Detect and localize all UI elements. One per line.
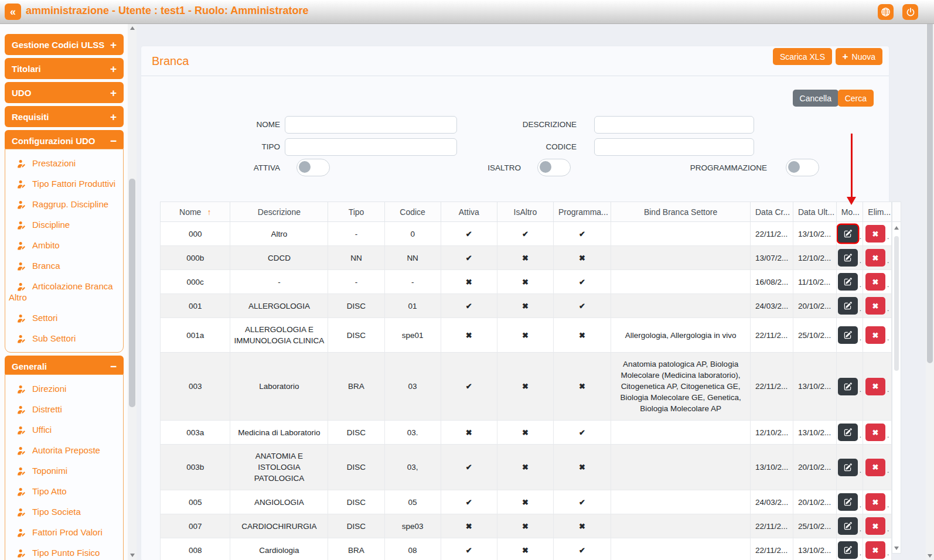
- column-header-nome[interactable]: Nome↑: [161, 202, 230, 222]
- sidebar-group-header-titolari[interactable]: Titolari+: [5, 58, 124, 79]
- delete-row-button[interactable]: ✖: [865, 424, 885, 441]
- nome-input[interactable]: [285, 116, 457, 134]
- delete-row-button[interactable]: ✖: [865, 297, 885, 315]
- sidebar-group-header-generali[interactable]: Generali−: [5, 356, 124, 377]
- cell-descrizione: ANATOMIA E ISTOLOGIA PATOLOGICA: [230, 445, 328, 490]
- descrizione-input[interactable]: [594, 116, 754, 134]
- attiva-toggle[interactable]: [296, 159, 330, 176]
- sidebar-scrollbar-thumb[interactable]: [129, 179, 135, 407]
- sidebar-item-uffici[interactable]: Uffici: [8, 419, 121, 440]
- sidebar-item-tipo-societa[interactable]: Tipo Societa: [8, 501, 121, 522]
- sidebar-item-discipline[interactable]: Discipline: [8, 214, 121, 235]
- page-scrollbar-thumb[interactable]: [927, 14, 933, 363]
- sidebar-item-tipo-atto[interactable]: Tipo Atto: [8, 481, 121, 501]
- delete-row-button[interactable]: ✖: [865, 225, 885, 243]
- edit-row-button[interactable]: [838, 459, 858, 476]
- plus-icon[interactable]: +: [110, 111, 117, 122]
- minus-icon[interactable]: −: [110, 361, 117, 372]
- column-header-codice[interactable]: Codice: [384, 202, 441, 222]
- sidebar-item-tipo-fattori-produttivi[interactable]: Tipo Fattori Produttivi: [8, 173, 121, 194]
- pencil-square-icon: [844, 230, 852, 238]
- codice-input[interactable]: [594, 138, 754, 156]
- sidebar-item-ambito[interactable]: Ambito: [8, 235, 121, 255]
- sidebar-group-header-requisiti[interactable]: Requisiti+: [5, 106, 124, 127]
- edit-row-button[interactable]: [838, 517, 858, 535]
- sidebar-scrollbar[interactable]: [128, 23, 137, 560]
- cell-elimina: ✖.: [863, 246, 892, 270]
- column-header-attiva[interactable]: Attiva: [441, 202, 497, 222]
- edit-row-button[interactable]: [838, 326, 858, 344]
- truncated-text: .: [887, 281, 889, 289]
- plus-icon[interactable]: +: [110, 63, 117, 74]
- sidebar-item-prestazioni[interactable]: Prestazioni: [8, 153, 121, 173]
- sidebar-item-branca[interactable]: Branca: [8, 255, 121, 276]
- table-scrollbar[interactable]: [892, 202, 901, 554]
- delete-row-button[interactable]: ✖: [865, 273, 885, 291]
- scroll-down-icon[interactable]: [130, 554, 135, 557]
- sidebar-group-header-udo[interactable]: UDO+: [5, 82, 124, 103]
- sidebar-item-articolazione-branca-altro[interactable]: Articolazione Branca Altro: [8, 276, 121, 308]
- edit-row-button[interactable]: [838, 297, 858, 315]
- table-scrollbar-thumb[interactable]: [894, 236, 899, 371]
- download-xls-button[interactable]: Scarica XLS: [773, 48, 832, 65]
- delete-row-button[interactable]: ✖: [865, 459, 885, 476]
- language-button[interactable]: [878, 4, 894, 20]
- delete-row-button[interactable]: ✖: [865, 378, 885, 395]
- sidebar-item-distretti[interactable]: Distretti: [8, 399, 121, 419]
- new-item-button[interactable]: + Nuova: [836, 48, 882, 65]
- page-scrollbar[interactable]: [926, 0, 934, 560]
- delete-row-button[interactable]: ✖: [865, 493, 885, 511]
- delete-row-button[interactable]: ✖: [865, 541, 885, 559]
- sidebar-group-label: UDO: [12, 88, 31, 98]
- scroll-down-icon[interactable]: [928, 554, 932, 558]
- column-header-programma[interactable]: Programma...: [553, 202, 611, 222]
- column-header-elim[interactable]: Elim...: [863, 202, 892, 222]
- cell-tipo-value: DISC: [347, 331, 366, 340]
- sidebar-group-header-gestione-codici-ulss[interactable]: Gestione Codici ULSS+: [5, 34, 124, 55]
- clear-search-button[interactable]: Cancella: [793, 90, 838, 107]
- scroll-up-icon[interactable]: [130, 26, 135, 30]
- column-header-data-ult[interactable]: Data Ult...: [793, 202, 836, 222]
- delete-row-button[interactable]: ✖: [865, 326, 885, 344]
- delete-row-button[interactable]: ✖: [865, 517, 885, 535]
- edit-row-button[interactable]: [838, 541, 858, 559]
- logout-button[interactable]: [902, 4, 918, 20]
- minus-icon[interactable]: −: [110, 135, 117, 146]
- table-row-000b: 000bCDCDNNNN✔✖✖13/07/2...12/10/2....✖.: [161, 246, 892, 270]
- sidebar-item-raggrup-discipline[interactable]: Raggrup. Discipline: [8, 194, 121, 214]
- isaltro-toggle[interactable]: [537, 159, 571, 176]
- sidebar-item-direzioni[interactable]: Direzioni: [8, 378, 121, 399]
- edit-row-button[interactable]: [838, 378, 858, 395]
- sidebar-item-sub-settori[interactable]: Sub Settori: [8, 328, 121, 349]
- collapse-sidebar-button[interactable]: «: [5, 4, 21, 20]
- column-header-bind-branca-settore[interactable]: Bind Branca Settore: [611, 202, 751, 222]
- column-header-tipo[interactable]: Tipo: [328, 202, 384, 222]
- cell-programmazione-flag: ✔: [553, 538, 611, 560]
- edit-row-button[interactable]: [838, 424, 858, 441]
- edit-row-button[interactable]: [838, 249, 858, 267]
- plus-icon[interactable]: +: [110, 87, 117, 98]
- column-header-descrizione[interactable]: Descrizione: [230, 202, 328, 222]
- edit-row-button[interactable]: [838, 493, 858, 511]
- scroll-up-icon[interactable]: [894, 226, 899, 230]
- tipo-input[interactable]: [285, 138, 457, 156]
- programmazione-toggle[interactable]: [786, 159, 819, 176]
- sidebar-item-autorita-preposte[interactable]: Autorita Preposte: [8, 440, 121, 460]
- column-header-isaltro[interactable]: IsAltro: [497, 202, 553, 222]
- sidebar-group-header-configurazioni-udo[interactable]: Configurazioni UDO−: [5, 130, 124, 151]
- cell-isaltro-flag: ✖: [497, 514, 553, 538]
- pencil-square-icon: [844, 498, 852, 506]
- edit-row-button[interactable]: [838, 273, 858, 291]
- column-header-data-cr[interactable]: Data Cr...: [751, 202, 793, 222]
- delete-row-button[interactable]: ✖: [865, 249, 885, 267]
- scroll-down-icon[interactable]: [894, 547, 899, 550]
- sidebar-item-toponimi[interactable]: Toponimi: [8, 460, 121, 481]
- search-button[interactable]: Cerca: [838, 90, 874, 107]
- edit-row-button[interactable]: [838, 225, 858, 243]
- cell-programmazione-flag: ✖: [553, 353, 611, 421]
- sidebar-item-tipo-punto-fisico[interactable]: Tipo Punto Fisico: [8, 542, 121, 560]
- column-header-mo[interactable]: Mo...: [836, 202, 863, 222]
- plus-icon[interactable]: +: [110, 39, 117, 50]
- sidebar-item-settori[interactable]: Settori: [8, 308, 121, 328]
- sidebar-item-fattori-prod-valori[interactable]: Fattori Prod Valori: [8, 522, 121, 542]
